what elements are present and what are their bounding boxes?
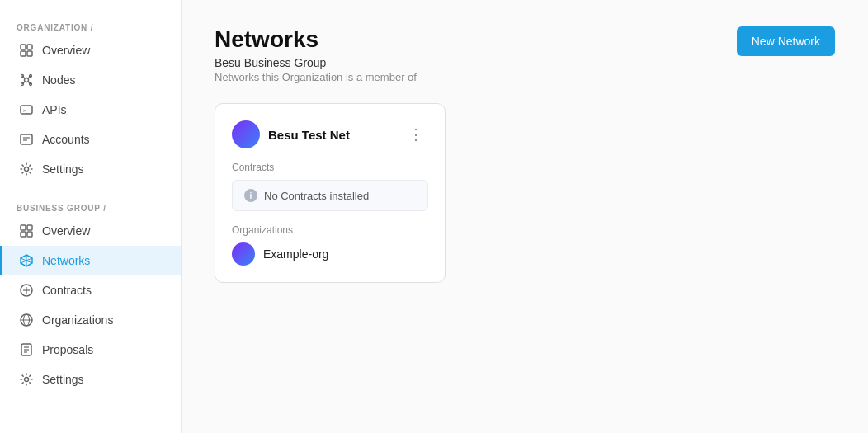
sidebar-label-networks: Networks	[42, 254, 90, 267]
sidebar-label-organizations: Organizations	[42, 313, 113, 327]
page-title-group: Networks Besu Business Group Networks th…	[215, 26, 417, 83]
network-menu-button[interactable]: ⋮	[403, 124, 428, 145]
svg-point-37	[25, 378, 29, 382]
org-row: Example-org	[232, 242, 428, 266]
proposals-icon	[19, 342, 34, 357]
sidebar-item-contracts[interactable]: Contracts	[0, 275, 181, 305]
svg-rect-1	[27, 45, 32, 49]
networks-icon	[19, 253, 34, 268]
sidebar-label-overview-org: Overview	[42, 44, 90, 57]
page-subtitle: Besu Business Group	[215, 56, 417, 69]
sidebar-item-nodes[interactable]: Nodes	[0, 65, 181, 95]
sidebar-item-overview-biz[interactable]: Overview	[0, 216, 181, 246]
svg-rect-3	[27, 51, 32, 56]
svg-rect-20	[27, 225, 32, 230]
svg-rect-15	[21, 134, 32, 144]
organizations-icon	[19, 313, 34, 327]
sidebar-item-overview-org[interactable]: Overview	[0, 35, 181, 65]
sidebar-item-networks[interactable]: Networks	[0, 246, 181, 275]
page-title: Networks	[215, 26, 417, 53]
main-content: Networks Besu Business Group Networks th…	[182, 0, 868, 433]
svg-rect-0	[21, 45, 26, 49]
settings-org-icon	[19, 162, 34, 176]
svg-rect-19	[21, 225, 26, 230]
overview-biz-icon	[19, 224, 34, 238]
contracts-section-label: Contracts	[232, 162, 428, 173]
sidebar-item-settings-org[interactable]: Settings	[0, 154, 181, 184]
sidebar-label-settings-biz: Settings	[42, 373, 84, 386]
sidebar-item-organizations[interactable]: Organizations	[0, 305, 181, 335]
org-avatar	[232, 242, 255, 266]
new-network-button[interactable]: New Network	[737, 26, 835, 56]
sidebar-item-apis[interactable]: >_ APIs	[0, 95, 181, 125]
org-name: Example-org	[263, 247, 328, 261]
info-icon: i	[244, 189, 257, 202]
contracts-icon	[19, 283, 34, 298]
svg-rect-2	[21, 51, 26, 56]
sidebar-label-nodes: Nodes	[42, 73, 75, 87]
sidebar-label-settings-org: Settings	[42, 162, 84, 176]
sidebar-label-overview-biz: Overview	[42, 224, 90, 238]
sidebar: ORGANIZATION / Overview	[0, 0, 182, 433]
settings-biz-icon	[19, 372, 34, 387]
svg-text:>_: >_	[23, 107, 30, 114]
sidebar-label-proposals: Proposals	[42, 343, 93, 356]
apis-icon: >_	[19, 102, 34, 117]
sidebar-label-contracts: Contracts	[42, 284, 92, 297]
network-card: Besu Test Net ⋮ Contracts i No Contracts…	[215, 103, 446, 283]
sidebar-item-accounts[interactable]: Accounts	[0, 125, 181, 154]
sidebar-item-settings-biz[interactable]: Settings	[0, 365, 181, 394]
network-card-title: Besu Test Net	[232, 120, 350, 148]
sidebar-label-accounts: Accounts	[42, 133, 90, 146]
no-contracts-box: i No Contracts installed	[232, 180, 428, 211]
svg-rect-21	[21, 232, 26, 237]
no-contracts-text: No Contracts installed	[264, 190, 369, 202]
network-name: Besu Test Net	[268, 128, 350, 142]
org-section-label: ORGANIZATION /	[0, 16, 181, 35]
accounts-icon	[19, 132, 34, 147]
sidebar-label-apis: APIs	[42, 103, 67, 116]
sidebar-item-proposals[interactable]: Proposals	[0, 335, 181, 365]
svg-point-4	[25, 78, 29, 82]
network-avatar	[232, 120, 260, 148]
network-card-header: Besu Test Net ⋮	[232, 120, 428, 148]
page-description: Networks this Organization is a member o…	[215, 71, 417, 83]
svg-rect-22	[27, 232, 32, 237]
biz-section-label: BUSINESS GROUP /	[0, 197, 181, 216]
page-header: Networks Besu Business Group Networks th…	[215, 26, 835, 83]
svg-point-18	[25, 167, 29, 172]
organizations-section-label: Organizations	[232, 224, 428, 236]
overview-icon	[19, 43, 34, 58]
nodes-icon	[19, 73, 34, 87]
